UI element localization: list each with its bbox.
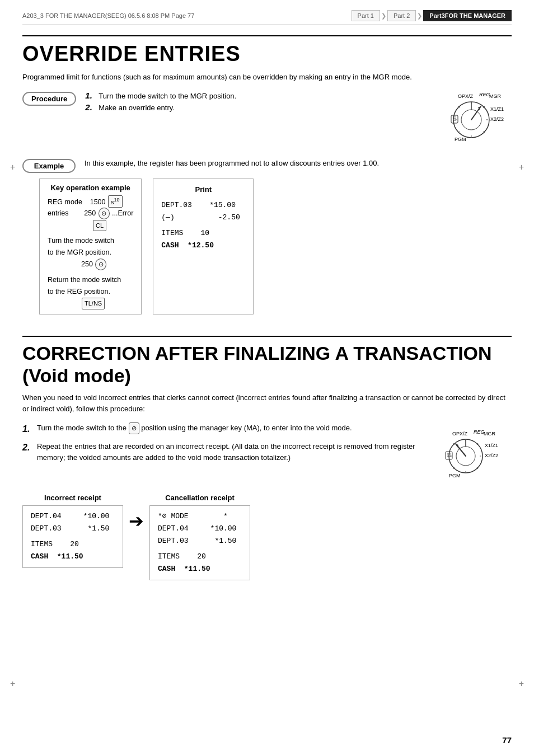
ko-line9: TL/NS — [48, 298, 133, 309]
cross-mark-bl: + — [10, 679, 15, 689]
void-step2-num: 2. — [22, 441, 34, 455]
section2-divider — [22, 336, 512, 337]
print-line4: CASH *12.50 — [161, 240, 245, 252]
cr-line0: *⊘ MODE * — [158, 510, 242, 523]
procedure-step-1: 1. Turn the mode switch to the MGR posit… — [85, 91, 428, 102]
page-header: A203_3 FOR THE MANAGER(SEEG) 06.5.6 8:08… — [22, 10, 512, 25]
cross-mark-left: + — [10, 162, 15, 172]
incorrect-receipt-col: DEPT.04 *10.00 DEPT.03 *1.50 ITEMS 20 CA… — [22, 505, 123, 568]
ko-line5: to the MGR position. — [48, 247, 133, 259]
key-op-header: Key operation example — [48, 184, 133, 192]
s-key: s10 — [108, 195, 123, 208]
arrow-icon: ➔ — [129, 510, 144, 532]
void-step-1: 1. Turn the mode switch to the ⊘ positio… — [22, 422, 424, 436]
ko-line2: entries 250 ⊙ ...Error — [48, 208, 133, 219]
cr-line1: DEPT.04 *10.00 — [158, 523, 242, 535]
svg-text:PGM: PGM — [449, 473, 461, 478]
incorrect-receipt-header: Incorrect receipt — [22, 494, 123, 502]
svg-text:MGR: MGR — [484, 431, 495, 436]
example-badge-wrapper: Example — [22, 158, 76, 173]
ir-line3: ITEMS 20 — [31, 538, 115, 551]
tlns-key: TL/NS — [82, 298, 105, 309]
print-line1: DEPT.03 *15.00 — [161, 199, 245, 212]
circle-key-2: ⊙ — [95, 259, 106, 270]
section1-divider — [22, 35, 512, 36]
cross-mark-right: + — [519, 162, 524, 172]
cancellation-receipt-wrapper: Cancellation receipt *⊘ MODE * DEPT.04 *… — [149, 494, 250, 580]
svg-text:PGM: PGM — [455, 137, 466, 142]
procedure-badge-steps: Procedure 1. Turn the mode switch to the… — [22, 91, 428, 115]
part3-tab: Part3 FOR THE MANAGER — [423, 10, 512, 21]
svg-text:X2/Z2: X2/Z2 — [490, 116, 504, 122]
section1-intro: Programmed limit for functions (such as … — [22, 72, 512, 83]
key-print-table: Key operation example REG mode 1500 s10 … — [39, 179, 512, 315]
ko-line6: 250 ⊙ — [48, 259, 133, 270]
mode-switch-svg-1: OPX/Z REG MGR X1/Z1 X2/Z2 — [439, 91, 512, 152]
step1-num: 1. — [85, 91, 95, 100]
ir-line1: DEPT.04 *10.00 — [31, 510, 115, 523]
cl-key: CL — [93, 220, 106, 232]
header-left-text: A203_3 FOR THE MANAGER(SEEG) 06.5.6 8:08… — [22, 12, 194, 19]
arrow-col: ➔ — [129, 494, 144, 532]
mode-switch-diagram-2-wrapper: OPX/Z REG MGR X1/Z1 X2/Z2 PGM — [433, 428, 512, 486]
example-text: In this example, the register has been p… — [85, 159, 379, 167]
incorrect-receipt-wrapper: Incorrect receipt DEPT.04 *10.00 DEPT.03… — [22, 494, 123, 568]
svg-text:OPX/Z: OPX/Z — [452, 431, 468, 436]
svg-rect-11 — [451, 115, 458, 123]
ko-line7: Return the mode switch — [48, 274, 133, 286]
procedure-steps-list: 1. Turn the mode switch to the MGR posit… — [85, 91, 428, 115]
circle-key-1: ⊙ — [99, 208, 110, 219]
key-op-col: Key operation example REG mode 1500 s10 … — [39, 179, 142, 315]
section2-intro: When you need to void incorrect entries … — [22, 392, 512, 415]
section2-title: CORRECTION AFTER FINALIZING A TRANSACTIO… — [22, 342, 512, 386]
part1-tab: Part 1 — [352, 10, 380, 21]
svg-text:REG: REG — [474, 429, 485, 435]
void-step1-text: Turn the mode switch to the ⊘ position u… — [37, 422, 424, 434]
part2-tab: Part 2 — [387, 10, 416, 21]
ir-line2: DEPT.03 *1.50 — [31, 523, 115, 535]
void-step-2: 2. Repeat the entries that are recorded … — [22, 441, 424, 463]
void-icon-key: ⊘ — [129, 422, 139, 434]
page: + + + + A203_3 FOR THE MANAGER(SEEG) 06.… — [0, 0, 534, 756]
example-row: Example In this example, the register ha… — [22, 158, 512, 173]
cancellation-receipt-header: Cancellation receipt — [149, 494, 250, 502]
svg-text:X2/Z2: X2/Z2 — [485, 453, 498, 458]
print-col: Print DEPT.03 *15.00 (—) -2.50 ITEMS 10 … — [153, 179, 254, 315]
procedure-row: Procedure 1. Turn the mode switch to the… — [22, 91, 512, 152]
section2-main: 1. Turn the mode switch to the ⊘ positio… — [22, 422, 512, 486]
key-op-body: REG mode 1500 s10 entries 250 ⊙ ...Error… — [48, 195, 133, 310]
print-line3: ITEMS 10 — [161, 227, 245, 240]
svg-text:X1/Z1: X1/Z1 — [485, 443, 498, 448]
ko-line3: CL — [48, 220, 133, 232]
section2-steps: 1. Turn the mode switch to the ⊘ positio… — [22, 422, 424, 468]
step2-text: Make an override entry. — [99, 102, 175, 114]
cr-line4: CASH *11.50 — [158, 563, 242, 575]
procedure-step-2: 2. Make an override entry. — [85, 102, 428, 114]
print-line2: (—) -2.50 — [161, 212, 245, 224]
section1-title: OVERRIDE ENTRIES — [22, 42, 512, 66]
mode-switch-diagram-1: OPX/Z REG MGR X1/Z1 X2/Z2 — [439, 91, 512, 152]
void-step1-num: 1. — [22, 422, 34, 436]
mode-switch-svg-2: OPX/Z REG MGR X1/Z1 X2/Z2 PGM — [433, 428, 506, 484]
ko-line8: to the REG position. — [48, 286, 133, 298]
example-content: In this example, the register has been p… — [85, 158, 512, 170]
svg-text:REG: REG — [479, 92, 490, 97]
page-number: 77 — [502, 735, 512, 745]
print-header: Print — [161, 184, 245, 196]
cancellation-receipt-col: *⊘ MODE * DEPT.04 *10.00 DEPT.03 *1.50 I… — [149, 505, 250, 580]
ko-line1: REG mode 1500 s10 — [48, 195, 133, 208]
procedure-badge-wrapper: Procedure — [22, 91, 76, 106]
svg-text:X1/Z1: X1/Z1 — [490, 106, 504, 112]
cr-line3: ITEMS 20 — [158, 551, 242, 563]
cr-line2: DEPT.03 *1.50 — [158, 535, 242, 547]
header-nav: Part 1 ❯ Part 2 ❯ Part3 FOR THE MANAGER — [352, 10, 512, 21]
svg-text:MGR: MGR — [489, 93, 501, 99]
example-badge: Example — [22, 159, 76, 173]
ko-line4: Turn the mode switch — [48, 235, 133, 247]
cross-mark-br: + — [519, 679, 524, 689]
receipts-row: Incorrect receipt DEPT.04 *10.00 DEPT.03… — [22, 494, 512, 580]
step2-num: 2. — [85, 102, 95, 112]
procedure-badge: Procedure — [22, 92, 76, 106]
void-step2-text: Repeat the entries that are recorded on … — [37, 441, 424, 463]
step1-text: Turn the mode switch to the MGR position… — [99, 91, 236, 102]
